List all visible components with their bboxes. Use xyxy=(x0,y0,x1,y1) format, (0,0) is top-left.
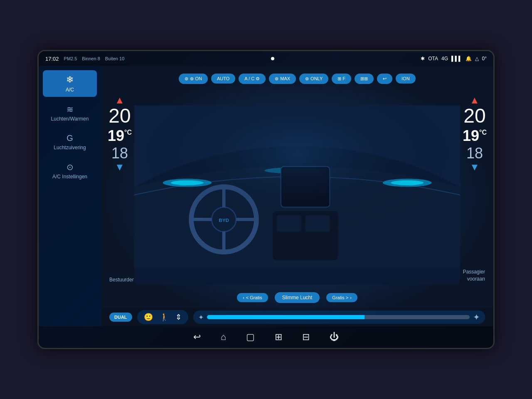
ac-icon: ❄ xyxy=(66,74,74,85)
power-button[interactable]: ⏻ xyxy=(330,332,339,342)
ac-settings-label: A/C Instellingen xyxy=(52,174,87,180)
temp-left-control: ▲ 20 19 °C 18 ▼ xyxy=(108,95,132,172)
vent-feet-button[interactable]: ⇕ xyxy=(174,312,183,323)
vent-body-button[interactable]: 🚶 xyxy=(158,312,170,323)
temp-status: 0° xyxy=(482,56,487,62)
vent-feet-icon: ⇕ xyxy=(175,313,182,321)
only-icon: ⊛ xyxy=(305,76,309,81)
signal-label: 4G xyxy=(441,56,448,62)
sound-icon: △ xyxy=(475,56,479,62)
slimme-lucht-label: Slimme Lucht xyxy=(282,295,313,300)
ota-label: OTA xyxy=(428,56,438,62)
gratis-left-button[interactable]: ‹ < Gratis xyxy=(237,293,268,302)
apps-button[interactable]: ⊞ xyxy=(275,332,282,342)
temp-left-high: 20 xyxy=(108,105,131,127)
gratis-right-button[interactable]: Gratis > › xyxy=(326,293,357,302)
passagier-text: Passagier xyxy=(463,268,485,276)
dual-button[interactable]: DUAL xyxy=(109,313,132,322)
vooraan-text: vooraan xyxy=(463,276,485,283)
vent-face-icon: 🙂 xyxy=(144,313,153,321)
fan-row: DUAL 🙂 🚶 ⇕ xyxy=(101,308,493,326)
sidebar-item-air-purify[interactable]: G Luchtzuivering xyxy=(43,129,97,155)
status-right: ✱ OTA 4G ▌▌▌ 🔔 △ 0° xyxy=(421,56,487,62)
temp-right-high: 20 xyxy=(463,105,485,127)
vent-face-button[interactable]: 🙂 xyxy=(142,312,155,323)
main-content: ❄ A/C ≋ Luchten/Warmen G Luchtzuivering … xyxy=(39,66,493,326)
max-icon: ⊛ xyxy=(275,76,278,81)
max-label: MAX xyxy=(280,76,290,81)
only-label: ONLY xyxy=(310,76,323,81)
only-button[interactable]: ⊛ ONLY xyxy=(299,74,328,84)
back-icon: ↩ xyxy=(193,332,201,342)
buiten-label: Buiten 10 xyxy=(105,56,124,61)
temp-right-down[interactable]: ▼ xyxy=(470,162,480,172)
ac-settings-icon: ⊙ xyxy=(66,162,74,172)
fan-on-button[interactable]: ⊛ ⊛ ON xyxy=(179,74,208,84)
auto-button[interactable]: AUTO xyxy=(211,74,235,84)
vent-heat-label: Luchten/Warmen xyxy=(51,116,89,122)
recirculate-icon: ↩ xyxy=(383,76,387,81)
heat-front-button[interactable]: ⊞ F xyxy=(332,74,351,84)
temp-right-unit: °C xyxy=(479,129,487,136)
temp-right-up[interactable]: ▲ xyxy=(470,95,480,105)
sidebar-item-vent-heat[interactable]: ≋ Luchten/Warmen xyxy=(43,100,97,126)
fan-on-label: ⊛ ON xyxy=(190,76,202,81)
mute-icon: 🔔 xyxy=(466,56,472,62)
gratis-left-label: < Gratis xyxy=(246,295,262,300)
svg-rect-19 xyxy=(134,106,460,268)
temp-right-current: 19 °C xyxy=(463,127,487,145)
fan-on-icon: ⊛ xyxy=(185,76,188,81)
notification-dot xyxy=(271,57,274,60)
max-button[interactable]: ⊛ MAX xyxy=(269,74,296,84)
temp-left-low: 18 xyxy=(111,145,128,162)
sidebar-item-ac[interactable]: ❄ A/C xyxy=(43,70,97,97)
signal-bars: ▌▌▌ xyxy=(451,56,462,62)
split-screen-icon: ⊟ xyxy=(302,332,310,342)
ac-mode-label: A / C ⚙ xyxy=(244,76,260,81)
recirculate-button[interactable]: ↩ xyxy=(377,74,392,84)
recent-apps-icon: ▢ xyxy=(246,332,255,342)
air-purify-icon: G xyxy=(66,133,73,143)
dashboard-image: BYD xyxy=(134,89,460,285)
fan-slow-icon: ✦ xyxy=(198,313,204,321)
ac-label: A/C xyxy=(66,87,74,93)
bluetooth-icon: ✱ xyxy=(421,56,425,62)
back-button[interactable]: ↩ xyxy=(193,332,201,342)
vent-buttons: 🙂 🚶 ⇕ xyxy=(137,310,188,324)
binnen-label: Binnen 8 xyxy=(82,56,100,61)
temp-left-value: 19 xyxy=(108,127,124,145)
top-buttons: ⊛ ⊛ ON AUTO A / C ⚙ ⊛ MAX ⊛ xyxy=(101,66,493,91)
home-button[interactable]: ⌂ xyxy=(221,332,226,342)
slimme-lucht-button[interactable]: Slimme Lucht xyxy=(275,292,320,303)
sidebar: ❄ A/C ≋ Luchten/Warmen G Luchtzuivering … xyxy=(39,66,101,326)
heat-front-label: ⊞ F xyxy=(337,76,345,81)
auto-label: AUTO xyxy=(217,76,229,81)
status-left: 17:02 PM2.5 Binnen 8 Buiten 10 xyxy=(45,56,124,62)
device-bezel: 17:02 PM2.5 Binnen 8 Buiten 10 ✱ OTA 4G … xyxy=(37,50,495,349)
nav-bar: ↩ ⌂ ▢ ⊞ ⊟ ⏻ xyxy=(39,326,493,348)
ion-button[interactable]: ION xyxy=(396,74,416,84)
sidebar-item-ac-settings[interactable]: ⊙ A/C Instellingen xyxy=(43,158,97,184)
fan-speed-slider[interactable] xyxy=(207,315,470,319)
pm25-label: PM2.5 xyxy=(64,56,77,61)
time-display: 17:02 xyxy=(45,56,59,62)
temp-left-down[interactable]: ▼ xyxy=(115,162,125,172)
vent-heat-icon: ≋ xyxy=(66,104,74,114)
mode-row: ‹ < Gratis Slimme Lucht Gratis > › xyxy=(101,287,493,308)
gratis-right-icon: › xyxy=(350,295,352,300)
temp-right-control: ▲ 20 19 °C 18 ▼ xyxy=(463,95,487,172)
recent-apps-button[interactable]: ▢ xyxy=(246,332,255,342)
split-screen-button[interactable]: ⊟ xyxy=(302,332,310,342)
temp-right-value: 19 xyxy=(463,127,479,145)
dual-label: DUAL xyxy=(114,315,127,320)
fan-fast-icon: ✦ xyxy=(473,312,480,322)
power-icon: ⏻ xyxy=(330,332,339,342)
bestuurder-label: Bestuurder xyxy=(109,277,134,283)
temp-left-up[interactable]: ▲ xyxy=(115,95,125,105)
temp-left-unit: °C xyxy=(124,129,132,136)
air-purify-label: Luchtzuivering xyxy=(54,145,86,150)
vent-body-icon: 🚶 xyxy=(160,313,169,321)
heat-both-button[interactable]: ⊞⊞ xyxy=(355,74,374,84)
ac-button[interactable]: A / C ⚙ xyxy=(239,74,266,84)
temp-right-low: 18 xyxy=(466,145,483,162)
